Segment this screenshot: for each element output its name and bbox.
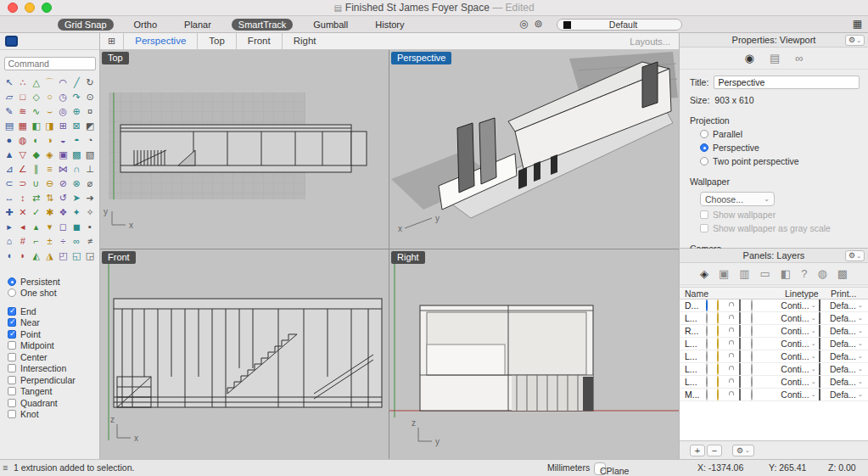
tool-icon[interactable]: ⌒: [43, 76, 57, 89]
layer-linetype-dropdown[interactable]: Conti... ⌄: [781, 313, 819, 323]
tool-icon[interactable]: ↻: [83, 76, 97, 89]
tool-icon[interactable]: ▽: [16, 148, 30, 161]
record-history-icon[interactable]: ⊚: [534, 18, 542, 30]
layer-row[interactable]: L... Conti... ⌄ Defa... ⌄: [680, 376, 868, 389]
layer-visibility-cell[interactable]: [717, 313, 728, 323]
layers-panel-tab-icon[interactable]: ◍: [817, 267, 826, 280]
tool-icon[interactable]: ▸: [3, 220, 16, 233]
layer-name[interactable]: R...: [685, 326, 706, 336]
osnap-checkbox[interactable]: Center: [8, 351, 99, 363]
layer-linetype-dropdown[interactable]: Conti... ⌄: [781, 339, 819, 349]
layer-name[interactable]: L...: [685, 313, 706, 323]
osnap-mode-radio[interactable]: One shot: [8, 288, 99, 300]
layers-panel-tab-icon[interactable]: ▩: [837, 267, 848, 280]
osnap-checkbox[interactable]: End: [8, 305, 99, 317]
layer-print-dropdown[interactable]: Defa... ⌄: [830, 389, 868, 400]
tool-icon[interactable]: ◑: [43, 133, 57, 147]
tool-icon[interactable]: ◨: [43, 119, 57, 132]
tool-icon[interactable]: ∪: [30, 176, 43, 190]
tool-icon[interactable]: ⊕: [70, 104, 83, 118]
tool-icon[interactable]: ⊞: [56, 119, 70, 132]
tool-icon[interactable]: ÷: [56, 234, 70, 248]
layer-visibility-cell[interactable]: [717, 389, 728, 400]
minimize-button[interactable]: [25, 3, 35, 13]
layer-print-dropdown[interactable]: Defa... ⌄: [830, 300, 868, 311]
tool-icon[interactable]: ▲: [3, 148, 16, 161]
layer-row[interactable]: L... Conti... ⌄ Defa... ⌄: [680, 312, 868, 325]
tool-icon[interactable]: ❖: [56, 205, 70, 219]
camera-icon[interactable]: ◉: [745, 52, 754, 64]
layers-panel-tab-icon[interactable]: ◧: [781, 267, 791, 280]
layer-visibility-cell[interactable]: [717, 351, 728, 361]
tool-icon[interactable]: ◂: [16, 220, 30, 233]
layer-print-dropdown[interactable]: Defa... ⌄: [830, 326, 868, 336]
layer-linetype-dropdown[interactable]: Conti... ⌄: [781, 364, 819, 374]
osnap-checkbox[interactable]: Knot: [8, 409, 99, 421]
layer-print-dropdown[interactable]: Defa... ⌄: [830, 339, 868, 349]
tool-icon[interactable]: ⊙: [83, 90, 97, 104]
layer-row[interactable]: L... Conti... ⌄ Defa... ⌄: [680, 363, 868, 376]
layer-current-cell[interactable]: [706, 313, 717, 323]
layer-current-cell[interactable]: [706, 377, 717, 387]
osnap-checkbox[interactable]: Point: [8, 328, 99, 340]
layer-row[interactable]: D... Conti... ⌄ Defa... ⌄: [680, 300, 868, 312]
tool-icon[interactable]: ⌣: [43, 104, 57, 118]
tool-icon[interactable]: ∩: [70, 162, 83, 176]
tool-icon[interactable]: ◐: [30, 133, 43, 147]
osnap-checkbox[interactable]: Intersection: [8, 363, 99, 375]
osnap-checkbox[interactable]: Midpoint: [8, 340, 99, 352]
coordinate-x[interactable]: X: -1374.06: [697, 462, 743, 473]
tool-icon[interactable]: ▾: [43, 220, 57, 233]
tool-icon[interactable]: ◮: [43, 249, 57, 262]
layer-name[interactable]: L...: [685, 339, 706, 349]
layer-visibility-cell[interactable]: [717, 326, 728, 336]
tool-icon[interactable]: ◈: [43, 148, 57, 161]
apps-grid-icon[interactable]: ▦: [853, 18, 862, 30]
layouts-link[interactable]: Layouts...: [630, 36, 679, 47]
tool-icon[interactable]: ⋈: [56, 162, 70, 176]
tool-icon[interactable]: ✚: [3, 205, 16, 219]
tool-icon[interactable]: ∞: [70, 234, 83, 248]
cplane-dropdown[interactable]: CPlane ⌄: [594, 462, 606, 475]
tool-icon[interactable]: ✧: [83, 205, 97, 219]
tool-icon[interactable]: ⌀: [83, 176, 97, 190]
layer-material-cell[interactable]: [751, 389, 781, 400]
layers-panel-tab-icon[interactable]: ▭: [760, 267, 770, 280]
zoom-button[interactable]: [42, 3, 52, 13]
tool-icon[interactable]: ◖: [3, 249, 16, 262]
page-icon[interactable]: ▤: [770, 52, 780, 64]
tool-icon[interactable]: ◎: [56, 104, 70, 118]
toolbar-toggle-button[interactable]: Grid Snap: [58, 19, 114, 31]
tool-icon[interactable]: ⊠: [70, 119, 83, 132]
wallpaper-choose-dropdown[interactable]: Choose... ⌄: [700, 192, 775, 206]
units-button[interactable]: Millimeters: [547, 462, 590, 473]
tool-icon[interactable]: ◰: [56, 249, 70, 262]
projection-radio[interactable]: Perspective: [700, 143, 868, 153]
layer-row[interactable]: L... Conti... ⌄ Defa... ⌄: [680, 338, 868, 350]
tool-icon[interactable]: ≋: [16, 104, 30, 118]
tool-icon[interactable]: ⊂: [3, 176, 16, 190]
osnap-checkbox[interactable]: Tangent: [8, 386, 99, 398]
layer-print-color-cell[interactable]: [819, 313, 830, 323]
layer-print-dropdown[interactable]: Defa... ⌄: [830, 377, 868, 387]
layer-color-cell[interactable]: [739, 389, 752, 400]
close-button[interactable]: [8, 3, 18, 13]
layer-current-cell[interactable]: [706, 326, 717, 336]
layer-color-cell[interactable]: [739, 300, 752, 311]
coordinate-z[interactable]: Z: 0.00: [828, 462, 856, 473]
tool-icon[interactable]: ↕: [16, 191, 30, 204]
layer-name[interactable]: L...: [685, 351, 706, 361]
layer-print-color-cell[interactable]: [819, 339, 830, 349]
tool-icon[interactable]: ╱: [70, 76, 83, 89]
tool-icon[interactable]: ✦: [70, 205, 83, 219]
layer-name[interactable]: L...: [685, 364, 706, 374]
viewport-title-input[interactable]: [714, 76, 860, 89]
layer-name[interactable]: M...: [685, 389, 706, 400]
layer-linetype-dropdown[interactable]: Conti... ⌄: [781, 377, 819, 387]
tool-icon[interactable]: ➤: [70, 191, 83, 204]
viewport-tab[interactable]: Top: [197, 33, 236, 49]
layer-material-cell[interactable]: [751, 351, 781, 361]
toolbar-toggle-button[interactable]: SmartTrack: [232, 19, 293, 31]
projection-radio[interactable]: Parallel: [700, 129, 868, 139]
properties-gear-button[interactable]: ⚙ ⌄: [845, 35, 865, 46]
